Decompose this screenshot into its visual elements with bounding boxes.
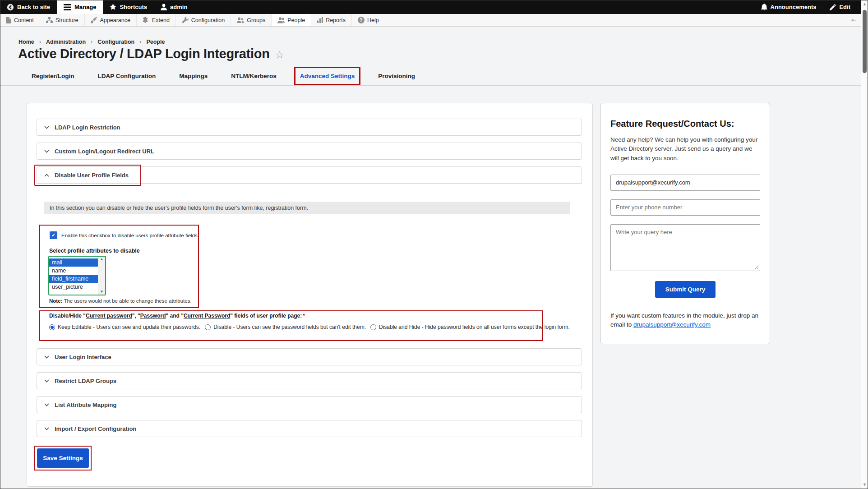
radio-disable[interactable]: Disable - Users can see the password fie…: [205, 324, 366, 330]
page-scrollbar[interactable]: ▲ ▼: [861, 0, 868, 489]
check-icon: ✓: [51, 233, 55, 238]
announcements-button[interactable]: Announcements: [754, 0, 823, 14]
option-field-firstname[interactable]: field_firstname: [49, 275, 98, 283]
breadcrumb-separator: ›: [39, 39, 41, 45]
option-user-picture[interactable]: user_picture: [49, 283, 98, 291]
manage-tab[interactable]: Manage: [57, 0, 103, 14]
breadcrumb-separator: ›: [91, 39, 92, 45]
breadcrumb-home[interactable]: Home: [18, 39, 34, 45]
tab-ldap-configuration[interactable]: LDAP Configuration: [98, 73, 156, 85]
accordion-label: Disable User Profile Fields: [55, 172, 129, 179]
star-icon: [110, 4, 116, 10]
tab-register-login[interactable]: Register/Login: [32, 73, 74, 85]
contact-phone-input[interactable]: [610, 199, 760, 216]
radio-button-selected[interactable]: [49, 324, 55, 330]
chevron-up-icon: [44, 174, 49, 177]
accordion-label: Restrict LDAP Groups: [55, 378, 116, 384]
listbox-scrollbar[interactable]: ▲ ▼: [98, 257, 105, 295]
advanced-settings-panel: LDAP Login Restriction Custom Login/Logo…: [27, 103, 593, 487]
scrollbar-thumb[interactable]: [863, 10, 867, 73]
chevron-down-icon: [44, 427, 49, 430]
section-description: In this section you can disable or hide …: [44, 202, 570, 214]
scrollbar-down-icon[interactable]: ▼: [861, 482, 868, 487]
tab-mappings[interactable]: Mappings: [179, 73, 208, 85]
document-icon: [6, 17, 11, 23]
shortcuts-button[interactable]: Shortcuts: [103, 0, 154, 14]
radio-keep-editable[interactable]: Keep Editable - Users can see and update…: [49, 324, 200, 330]
accordion-ldap-login-restriction[interactable]: LDAP Login Restriction: [37, 119, 582, 136]
tab-provisioning[interactable]: Provisioning: [378, 73, 415, 85]
disable-attributes-checkbox-row: ✓ Enable this checkbox to disable users …: [50, 231, 199, 239]
chevron-down-icon: [44, 126, 49, 129]
radio-disable-and-hide[interactable]: Disable and Hide - Hide password fields …: [370, 324, 570, 330]
radio-button[interactable]: [370, 324, 376, 330]
scrollbar-up-icon[interactable]: ▲: [861, 2, 868, 6]
tab-ntlm-kerberos[interactable]: NTLM/Kerberos: [231, 73, 277, 85]
pw-label-underlined: Current Password: [184, 313, 230, 319]
pw-label-part: Disable/Hide ": [49, 313, 86, 319]
radio-button[interactable]: [205, 324, 211, 330]
option-name[interactable]: name: [49, 267, 98, 275]
tab-advanced-settings-label: Advanced Settings: [300, 73, 355, 79]
toolbar-orientation-toggle[interactable]: ⇤: [847, 14, 861, 26]
menu-label-content: Content: [14, 17, 34, 23]
option-mail[interactable]: mail: [49, 258, 98, 267]
menu-label-groups: Groups: [247, 17, 265, 23]
pw-label-underlined: Password: [140, 313, 166, 319]
contact-footer: If you want custom features in the modul…: [610, 311, 760, 330]
announcements-label: Announcements: [771, 4, 817, 10]
page-title: Active Directory / LDAP Login Integratio…: [18, 46, 284, 61]
paintbrush-icon: [91, 17, 97, 23]
menu-item-content[interactable]: Content: [0, 14, 40, 26]
accordion-list-attribute-mapping[interactable]: List Attribute Mapping: [37, 396, 582, 413]
puzzle-icon: [143, 17, 149, 23]
groups-icon: [237, 17, 244, 23]
disable-attributes-checkbox-label: Enable this checkbox to disable users pr…: [61, 233, 199, 238]
admin-toolbar-right: Announcements Edit: [754, 0, 861, 14]
contact-email-input[interactable]: [610, 175, 760, 191]
support-email-link[interactable]: drupalsupport@xecurify.com: [633, 321, 711, 328]
favorite-star-icon[interactable]: ☆: [275, 49, 284, 61]
password-fields-label: Disable/Hide "Current password", "Passwo…: [49, 313, 305, 319]
menu-item-people[interactable]: People: [272, 14, 311, 26]
menu-item-configuration[interactable]: Configuration: [176, 14, 231, 26]
breadcrumb-configuration[interactable]: Configuration: [97, 39, 134, 45]
bell-icon: [761, 4, 767, 10]
menu-item-help[interactable]: ? Help: [352, 14, 385, 26]
note-text: The users would not be able to change th…: [62, 298, 191, 304]
menu-item-structure[interactable]: Structure: [40, 14, 85, 26]
pw-label-part: " fields of user profile page:: [230, 313, 302, 319]
query-textarea[interactable]: [610, 224, 760, 271]
accordion-disable-user-profile-fields[interactable]: Disable User Profile Fields: [37, 166, 582, 184]
people-icon: [277, 17, 285, 23]
save-settings-button[interactable]: Save Settings: [37, 448, 89, 468]
settings-tabs: Register/Login LDAP Configuration Mappin…: [0, 68, 861, 86]
menu-label-appearance: Appearance: [100, 17, 130, 23]
edit-button[interactable]: Edit: [823, 0, 857, 14]
accordion-custom-redirect-url[interactable]: Custom Login/Logout Redirect URL: [37, 143, 582, 160]
tab-advanced-settings[interactable]: Advanced Settings: [300, 73, 355, 85]
scroll-up-icon[interactable]: ▲: [100, 258, 104, 261]
accordion-label: List Attribute Mapping: [55, 401, 116, 408]
breadcrumb-administration[interactable]: Administration: [46, 39, 86, 45]
attribute-select-label: Select profile attributes to disable: [49, 248, 140, 254]
admin-user-button[interactable]: admin: [154, 0, 194, 14]
menu-item-reports[interactable]: Reports: [311, 14, 352, 26]
breadcrumb-people[interactable]: People: [146, 39, 165, 45]
admin-toolbar: Back to site Manage Shortcuts admin Anno…: [0, 0, 861, 14]
disable-attributes-checkbox[interactable]: ✓: [50, 231, 57, 239]
menu-item-extend[interactable]: Extend: [137, 14, 176, 26]
menu-item-groups[interactable]: Groups: [231, 14, 272, 26]
accordion-user-login-interface[interactable]: User Login Interface: [37, 348, 582, 365]
attribute-multiselect[interactable]: mail name field_firstname user_picture ▲…: [48, 256, 106, 295]
radio-label: Keep Editable - Users can see and update…: [58, 324, 200, 330]
submit-query-button[interactable]: Submit Query: [655, 281, 716, 298]
back-to-site-button[interactable]: Back to site: [0, 0, 57, 14]
accordion-label: Custom Login/Logout Redirect URL: [55, 148, 154, 155]
collapse-left-icon: ⇤: [851, 17, 856, 23]
user-icon: [161, 4, 167, 10]
menu-item-appearance[interactable]: Appearance: [85, 14, 137, 26]
scroll-down-icon[interactable]: ▼: [100, 290, 104, 294]
accordion-restrict-ldap-groups[interactable]: Restrict LDAP Groups: [37, 372, 582, 389]
accordion-import-export-configuration[interactable]: Import / Export Configuration: [37, 420, 582, 437]
